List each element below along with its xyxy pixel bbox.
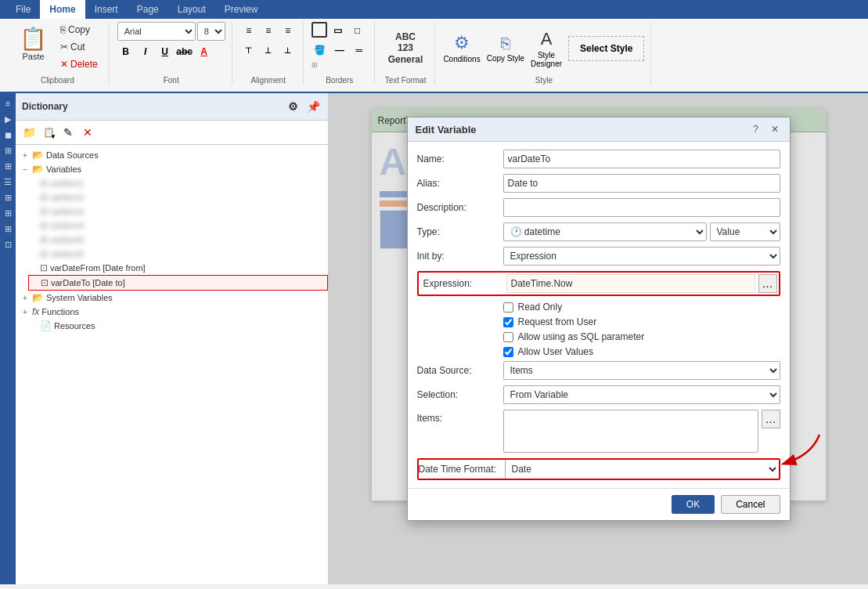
side-icon-7[interactable]: ⊞: [1, 190, 15, 204]
side-icon-1[interactable]: ≡: [1, 96, 15, 110]
align-bottom-button[interactable]: ⊥: [279, 42, 297, 59]
main-layout: ≡ ▶ ◼ ⊞ ⊞ ☰ ⊞ ⊞ ⊞ ⊡ Dictionary ⚙ 📌 📁 📋 ▼…: [0, 93, 868, 584]
panel-header: Dictionary ⚙ 📌: [16, 93, 328, 121]
datasource-select[interactable]: Items: [503, 361, 780, 380]
italic-button[interactable]: I: [137, 43, 154, 60]
select-style-button[interactable]: Select Style: [568, 36, 644, 61]
side-icon-8[interactable]: ⊞: [1, 206, 15, 220]
name-input[interactable]: [503, 150, 780, 168]
align-right-button[interactable]: ≡: [279, 22, 297, 39]
underline-button[interactable]: U: [157, 43, 174, 60]
tree-systemvariables[interactable]: + 📂 System Variables: [16, 291, 328, 305]
expression-input[interactable]: [506, 274, 755, 293]
dialog-help-button[interactable]: ?: [749, 122, 763, 136]
delete-label: Delete: [70, 59, 98, 70]
edit-button[interactable]: ✎: [59, 124, 77, 141]
align-middle-button[interactable]: ⊥: [260, 42, 277, 59]
tree-var-datefrom[interactable]: ⊡ varDateFrom [Date from]: [28, 261, 328, 275]
border-color-button[interactable]: —: [331, 42, 348, 59]
copy-button[interactable]: ⎘ Copy: [56, 22, 103, 38]
ribbon: 📋 Paste ⎘ Copy ✂ Cut ✕ Delete Clipboard: [0, 19, 868, 93]
border-width-button[interactable]: ═: [351, 42, 368, 59]
type-select[interactable]: 🕐 datetime: [503, 222, 707, 241]
cut-button[interactable]: ✂ Cut: [56, 39, 103, 55]
variables-icon: 📂: [32, 164, 44, 175]
initby-select[interactable]: Expression: [503, 247, 780, 266]
description-label: Description:: [417, 202, 503, 213]
tab-preview[interactable]: Preview: [215, 0, 268, 19]
ok-button[interactable]: OK: [672, 495, 715, 514]
paste-button[interactable]: 📋 Paste: [13, 22, 54, 65]
expression-container: …: [506, 274, 777, 293]
settings-button[interactable]: ⚙: [284, 98, 301, 115]
side-icon-6[interactable]: ☰: [1, 175, 15, 189]
type-kind-select[interactable]: Value: [710, 222, 780, 241]
clipboard-group: 📋 Paste ⎘ Copy ✂ Cut ✕ Delete Clipboard: [6, 22, 110, 85]
readonly-checkbox[interactable]: [503, 302, 513, 313]
tree-var-3[interactable]: ⊞ varItem3: [28, 204, 328, 219]
strikethrough-button[interactable]: abc: [176, 43, 193, 60]
tab-page[interactable]: Page: [128, 0, 168, 19]
style-designer-label: StyleDesigner: [531, 51, 562, 68]
side-icon-9[interactable]: ⊞: [1, 222, 15, 236]
textformat-button[interactable]: ABC123General: [383, 28, 429, 68]
remove-button[interactable]: ✕: [79, 124, 96, 141]
tree-resources[interactable]: 📄 Resources: [16, 319, 328, 333]
font-size-select[interactable]: 8: [197, 22, 225, 41]
font-label: Font: [164, 74, 179, 85]
items-textarea[interactable]: [503, 410, 758, 453]
tree-var-5[interactable]: ⊞ varItem5: [28, 233, 328, 247]
functions-expander: +: [20, 308, 30, 316]
border-box-button[interactable]: [312, 22, 327, 38]
side-icon-4[interactable]: ⊞: [1, 143, 15, 157]
align-left-button[interactable]: ≡: [240, 22, 258, 39]
tree-var-2[interactable]: ⊞ varItem2: [28, 190, 328, 204]
type-label: Type:: [417, 226, 503, 237]
border-style-button[interactable]: ▭: [330, 22, 347, 39]
dialog-close-button[interactable]: ✕: [768, 122, 782, 136]
side-icon-2[interactable]: ▶: [1, 112, 15, 126]
allow-user-values-checkbox[interactable]: [503, 347, 513, 357]
selection-select[interactable]: From Variable: [503, 385, 780, 404]
allow-sql-checkbox[interactable]: [503, 332, 513, 342]
side-icon-bar: ≡ ▶ ◼ ⊞ ⊞ ☰ ⊞ ⊞ ⊞ ⊡: [0, 93, 16, 584]
tree-var-dateto[interactable]: ⊡ varDateTo [Date to]: [28, 275, 328, 291]
tab-home[interactable]: Home: [40, 0, 85, 19]
tree-var-1[interactable]: ⊞ varItem1: [28, 176, 328, 190]
alias-input[interactable]: [503, 174, 780, 193]
align-center-button[interactable]: ≡: [260, 22, 277, 39]
cancel-button[interactable]: Cancel: [721, 495, 780, 514]
font-family-select[interactable]: Arial: [117, 22, 196, 41]
style-group: ⚙ Conditions ⎘ Copy Style A StyleDesigne…: [437, 22, 651, 85]
tab-insert[interactable]: Insert: [85, 0, 128, 19]
pin-button[interactable]: 📌: [304, 98, 322, 115]
textformat-label: Text Format: [385, 74, 427, 85]
description-input[interactable]: [503, 198, 780, 217]
add-button[interactable]: 📋 ▼: [40, 124, 57, 141]
request-from-user-checkbox[interactable]: [503, 317, 513, 327]
align-top-button[interactable]: ⊤: [240, 42, 258, 59]
dtformat-select[interactable]: Date DateTime Time: [505, 460, 779, 479]
tab-layout[interactable]: Layout: [168, 0, 215, 19]
fontcolor-button[interactable]: A: [196, 43, 213, 60]
items-browse-button[interactable]: …: [762, 410, 780, 428]
tab-file[interactable]: File: [6, 0, 40, 19]
tree-variables[interactable]: − 📂 Variables: [16, 162, 328, 176]
expression-browse-button[interactable]: …: [758, 274, 777, 293]
side-icon-5[interactable]: ⊞: [1, 159, 15, 173]
bold-button[interactable]: B: [117, 43, 135, 60]
delete-button[interactable]: ✕ Delete: [56, 56, 103, 72]
tree-datasources[interactable]: + 📂 Data Sources: [16, 148, 328, 162]
side-icon-10[interactable]: ⊡: [1, 237, 15, 251]
border-outer-button[interactable]: □: [349, 22, 366, 39]
tree-var-6[interactable]: ⊞ varItem6: [28, 247, 328, 261]
tree-var-4[interactable]: ⊞ varItem4: [28, 219, 328, 233]
new-variable-button[interactable]: 📁: [20, 124, 38, 141]
sysvars-icon: 📂: [32, 292, 44, 303]
style-label: Style: [535, 74, 553, 85]
side-icon-3[interactable]: ◼: [1, 128, 15, 142]
fill-color-button[interactable]: 🪣: [312, 42, 329, 59]
cut-icon: ✂: [60, 42, 68, 52]
datasources-expander: +: [20, 151, 30, 160]
tree-functions[interactable]: + fx Functions: [16, 305, 328, 319]
